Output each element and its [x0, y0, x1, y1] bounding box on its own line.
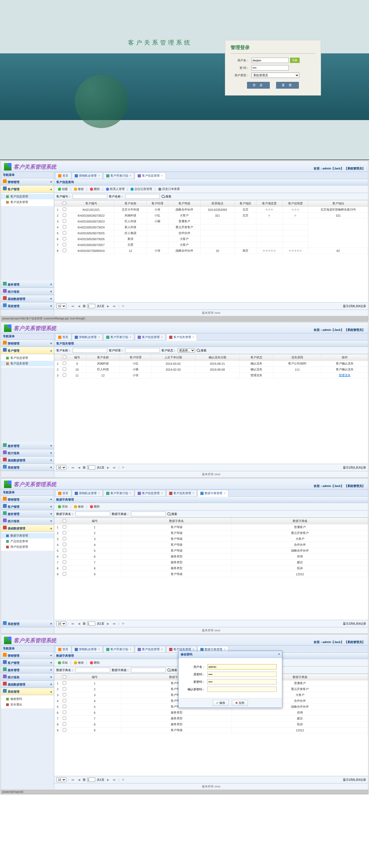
create-button[interactable]: 创建	[56, 187, 69, 192]
tab-kh-dev[interactable]: 客户开发计划×	[103, 173, 134, 179]
nav-tongji[interactable]: 统计报表▾	[1, 288, 54, 295]
select-all-checkbox[interactable]	[63, 202, 66, 205]
password-input[interactable]	[251, 65, 289, 70]
row-checkbox[interactable]	[63, 243, 66, 246]
submenu-kehu-info[interactable]: 客户信息管理	[1, 194, 54, 199]
edit-button[interactable]: 修改	[72, 660, 85, 665]
contact-button[interactable]: 联系人管理	[104, 187, 126, 192]
nav-fuwu[interactable]: 服务管理▾	[1, 442, 54, 450]
table-row[interactable]: 66服务类型咨询	[55, 710, 368, 716]
search-val-input[interactable]	[131, 512, 166, 516]
nav-jichu[interactable]: 基础数据管理▾	[1, 457, 54, 464]
row-checkbox[interactable]	[63, 525, 66, 529]
first-page-button[interactable]: ⏮	[70, 304, 75, 308]
row-checkbox[interactable]	[63, 699, 66, 702]
table-row[interactable]: 99客户等级12312	[55, 727, 368, 733]
edit-button[interactable]: 修改	[72, 187, 85, 192]
tab-dict[interactable]: 数据字典管理×	[197, 490, 228, 497]
table-row[interactable]: 77服务类型建议	[55, 716, 368, 721]
nav-xitong[interactable]: 系统管理▾	[1, 464, 54, 471]
search-name-input[interactable]	[72, 348, 107, 353]
login-button[interactable]: 登 录	[247, 82, 270, 89]
switch-button[interactable]: 切换	[290, 58, 300, 63]
tab-kh-loss[interactable]: 客户流失管理×	[166, 490, 197, 496]
table-row[interactable]: 4KH20150526073024新人科技重点开发客户	[55, 224, 368, 230]
close-button[interactable]: ✖ 关闭	[232, 700, 248, 706]
row-checkbox[interactable]	[63, 549, 66, 552]
table-row[interactable]: 8KH2015072909091012小张战略合作伙伴32南京☆☆☆☆☆☆☆☆☆…	[55, 248, 368, 254]
tab-home[interactable]: 首页	[55, 173, 71, 179]
page-size-select[interactable]: 10	[56, 304, 66, 308]
save-button[interactable]: ✔ 保存	[213, 700, 229, 706]
row-checkbox[interactable]	[63, 681, 66, 685]
nav-fuwu[interactable]: 服务管理▾	[1, 510, 54, 517]
row-checkbox[interactable]	[63, 716, 66, 720]
select-all-checkbox[interactable]	[63, 355, 66, 359]
nav-jichu[interactable]: 基础数据管理▾	[1, 295, 54, 302]
nav-kehu[interactable]: 客户管理▴	[1, 185, 54, 193]
nav-yingxiao[interactable]: 营销管理▾	[1, 652, 54, 659]
table-row[interactable]: 3KH20150526073023巨人科技小丽普通客户	[55, 219, 368, 224]
tab-yx-chance[interactable]: 营销机会管理×	[72, 646, 103, 652]
search-no-input[interactable]	[72, 194, 107, 199]
table-row[interactable]: 33客户等级大客户	[55, 536, 368, 542]
edit-button[interactable]: 修改	[72, 504, 85, 509]
nav-yingxiao[interactable]: 营销管理▾	[1, 178, 54, 185]
nav-fuwu[interactable]: 服务管理▾	[1, 281, 54, 288]
add-button[interactable]: 添加	[56, 504, 69, 509]
dialog-confirm-input[interactable]	[207, 687, 277, 692]
row-checkbox[interactable]	[63, 722, 66, 726]
row-checkbox[interactable]	[63, 219, 66, 223]
nav-kehu[interactable]: 客户管理▴	[1, 347, 54, 354]
table-row[interactable]: 44客户等级合作伙伴	[55, 542, 368, 548]
table-row[interactable]: 88服务类型投诉	[55, 721, 368, 727]
search-button[interactable]: 搜索	[197, 348, 207, 352]
tab-home[interactable]: 首页	[55, 646, 71, 652]
usertype-select[interactable]: 系统管理员	[251, 72, 299, 78]
nav-tongji[interactable]: 统计报表▾	[1, 517, 54, 525]
delete-button[interactable]: 删除	[88, 187, 101, 192]
submenu-safe-exit[interactable]: 安全退出	[1, 702, 54, 707]
search-name-input[interactable]	[75, 512, 110, 516]
table-row[interactable]: 19风驰科技小红2014-03-022015-08-21确认流失客户公司倒闭!客…	[55, 361, 368, 367]
row-checkbox[interactable]	[63, 693, 66, 696]
tab-kh-info[interactable]: 客户信息管理×	[135, 334, 166, 340]
select-all-checkbox[interactable]	[63, 519, 66, 523]
record-button[interactable]: 交往记录管理	[129, 187, 154, 192]
history-button[interactable]: 历史订单查看	[157, 187, 181, 192]
table-row[interactable]: 77服务类型建议	[55, 560, 368, 565]
nav-yingxiao[interactable]: 营销管理▾	[1, 340, 54, 347]
submenu-user[interactable]: 用户信息管理	[1, 544, 54, 550]
tab-home[interactable]: 首页	[55, 490, 71, 496]
page-input[interactable]	[87, 304, 95, 308]
row-checkbox[interactable]	[63, 566, 66, 570]
tab-kh-info[interactable]: 客户信息管理×	[135, 646, 166, 652]
row-checkbox[interactable]	[63, 225, 66, 229]
nav-tongji[interactable]: 统计报表▾	[1, 674, 54, 681]
search-state-select[interactable]: 请选择...	[178, 348, 195, 352]
search-button[interactable]: 搜索	[167, 512, 177, 516]
username-input[interactable]	[251, 58, 289, 63]
nav-xitong[interactable]: 系统管理▾	[1, 620, 54, 627]
row-checkbox[interactable]	[63, 367, 66, 371]
prev-page-button[interactable]: ◀	[77, 304, 81, 308]
delete-button[interactable]: 删除	[88, 660, 101, 665]
submenu-dict[interactable]: 数据字典管理	[1, 533, 54, 538]
next-page-button[interactable]: ▶	[106, 304, 110, 308]
table-row[interactable]: 7KH20150526073027百度大客户	[55, 242, 368, 248]
table-row[interactable]: 210巨人科技小丽2014-02-032018-08-08确认流失111客户确认…	[55, 367, 368, 372]
table-row[interactable]: 11客户等级普通客户	[55, 524, 368, 530]
row-checkbox[interactable]	[63, 543, 66, 546]
table-row[interactable]: 5KH20150526073025好人集团合作伙伴	[55, 230, 368, 236]
nav-yingxiao[interactable]: 营销管理▾	[1, 496, 54, 503]
nav-xitong[interactable]: 系统管理▾	[1, 302, 54, 310]
submenu-kehu-loss[interactable]: 客户流失管理	[1, 361, 54, 366]
table-row[interactable]: 99客户等级12312	[55, 571, 368, 577]
refresh-button[interactable]: ⟳	[121, 304, 125, 308]
action-link[interactable]: 暂缓流失	[321, 372, 368, 378]
row-checkbox[interactable]	[63, 373, 66, 377]
tab-kh-dev[interactable]: 客户开发计划×	[103, 490, 134, 496]
last-page-button[interactable]: ⏭	[112, 304, 117, 308]
search-name-input[interactable]	[125, 194, 160, 199]
submenu-kehu-loss[interactable]: 客户流失管理	[1, 199, 54, 205]
